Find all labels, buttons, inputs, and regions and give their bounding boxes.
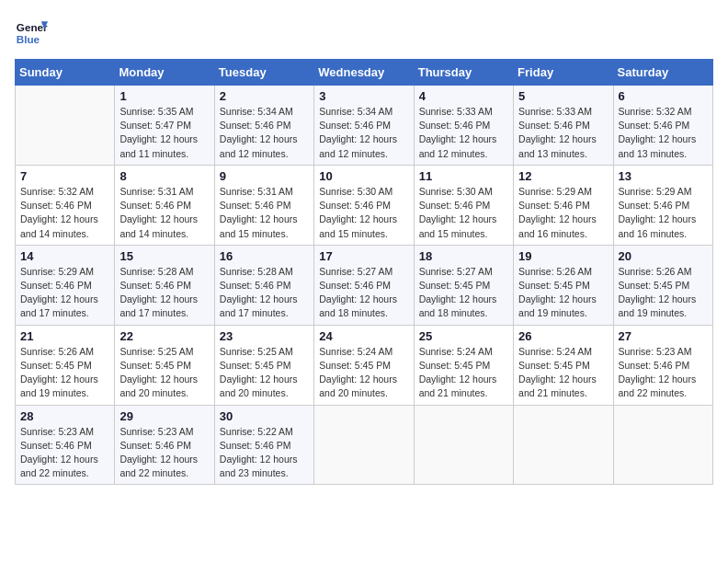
day-info: Sunrise: 5:30 AM Sunset: 5:46 PM Dayligh… <box>419 185 508 241</box>
day-info: Sunrise: 5:25 AM Sunset: 5:45 PM Dayligh… <box>220 345 309 401</box>
day-number: 8 <box>119 169 209 183</box>
day-number: 25 <box>419 329 508 343</box>
day-number: 13 <box>619 169 708 183</box>
day-cell: 16Sunrise: 5:28 AM Sunset: 5:46 PM Dayli… <box>214 245 313 325</box>
day-cell <box>414 405 513 485</box>
day-number: 24 <box>319 329 408 343</box>
day-cell: 28Sunrise: 5:23 AM Sunset: 5:46 PM Dayli… <box>16 405 115 485</box>
day-cell: 26Sunrise: 5:24 AM Sunset: 5:45 PM Dayli… <box>514 325 613 405</box>
weekday-header-friday: Friday <box>514 60 613 86</box>
day-cell: 2Sunrise: 5:34 AM Sunset: 5:46 PM Daylig… <box>214 86 313 166</box>
day-number: 16 <box>220 249 309 263</box>
day-cell: 7Sunrise: 5:32 AM Sunset: 5:46 PM Daylig… <box>16 165 115 245</box>
day-info: Sunrise: 5:31 AM Sunset: 5:46 PM Dayligh… <box>220 185 309 241</box>
day-info: Sunrise: 5:25 AM Sunset: 5:45 PM Dayligh… <box>119 345 209 401</box>
day-info: Sunrise: 5:29 AM Sunset: 5:46 PM Dayligh… <box>518 185 608 241</box>
day-cell: 15Sunrise: 5:28 AM Sunset: 5:46 PM Dayli… <box>115 245 214 325</box>
day-number: 10 <box>319 169 408 183</box>
day-info: Sunrise: 5:23 AM Sunset: 5:46 PM Dayligh… <box>119 425 209 481</box>
weekday-header-tuesday: Tuesday <box>214 60 313 86</box>
week-row-3: 14Sunrise: 5:29 AM Sunset: 5:46 PM Dayli… <box>16 245 713 325</box>
day-number: 4 <box>419 89 508 103</box>
day-number: 3 <box>319 89 408 103</box>
day-cell: 9Sunrise: 5:31 AM Sunset: 5:46 PM Daylig… <box>214 165 313 245</box>
day-cell: 4Sunrise: 5:33 AM Sunset: 5:46 PM Daylig… <box>414 86 513 166</box>
day-number: 6 <box>619 89 708 103</box>
week-row-1: 1Sunrise: 5:35 AM Sunset: 5:47 PM Daylig… <box>16 86 713 166</box>
day-info: Sunrise: 5:32 AM Sunset: 5:46 PM Dayligh… <box>619 105 708 161</box>
day-info: Sunrise: 5:26 AM Sunset: 5:45 PM Dayligh… <box>20 345 109 401</box>
day-info: Sunrise: 5:28 AM Sunset: 5:46 PM Dayligh… <box>220 265 309 321</box>
day-number: 21 <box>20 329 109 343</box>
day-cell <box>314 405 414 485</box>
day-info: Sunrise: 5:33 AM Sunset: 5:46 PM Dayligh… <box>518 105 608 161</box>
day-info: Sunrise: 5:23 AM Sunset: 5:46 PM Dayligh… <box>20 425 109 481</box>
day-number: 29 <box>119 409 209 423</box>
calendar-body: 1Sunrise: 5:35 AM Sunset: 5:47 PM Daylig… <box>16 86 713 485</box>
day-number: 11 <box>419 169 508 183</box>
day-info: Sunrise: 5:26 AM Sunset: 5:45 PM Dayligh… <box>518 265 608 321</box>
weekday-header-sunday: Sunday <box>16 60 115 86</box>
header: General Blue <box>15 15 713 48</box>
day-cell: 10Sunrise: 5:30 AM Sunset: 5:46 PM Dayli… <box>314 165 414 245</box>
logo: General Blue <box>15 15 51 48</box>
day-cell: 11Sunrise: 5:30 AM Sunset: 5:46 PM Dayli… <box>414 165 513 245</box>
day-number: 7 <box>20 169 109 183</box>
weekday-header-wednesday: Wednesday <box>314 60 414 86</box>
day-number: 14 <box>20 249 109 263</box>
day-info: Sunrise: 5:28 AM Sunset: 5:46 PM Dayligh… <box>119 265 209 321</box>
day-cell: 22Sunrise: 5:25 AM Sunset: 5:45 PM Dayli… <box>115 325 214 405</box>
day-info: Sunrise: 5:24 AM Sunset: 5:45 PM Dayligh… <box>319 345 408 401</box>
day-number: 1 <box>119 89 209 103</box>
day-cell: 30Sunrise: 5:22 AM Sunset: 5:46 PM Dayli… <box>214 405 313 485</box>
day-cell: 29Sunrise: 5:23 AM Sunset: 5:46 PM Dayli… <box>115 405 214 485</box>
day-cell: 8Sunrise: 5:31 AM Sunset: 5:46 PM Daylig… <box>115 165 214 245</box>
svg-text:Blue: Blue <box>17 33 40 45</box>
day-cell: 1Sunrise: 5:35 AM Sunset: 5:47 PM Daylig… <box>115 86 214 166</box>
day-number: 18 <box>419 249 508 263</box>
weekday-header-row: SundayMondayTuesdayWednesdayThursdayFrid… <box>16 60 713 86</box>
day-number: 26 <box>518 329 608 343</box>
day-cell: 27Sunrise: 5:23 AM Sunset: 5:46 PM Dayli… <box>613 325 712 405</box>
day-cell: 23Sunrise: 5:25 AM Sunset: 5:45 PM Dayli… <box>214 325 313 405</box>
day-info: Sunrise: 5:34 AM Sunset: 5:46 PM Dayligh… <box>220 105 309 161</box>
day-cell: 24Sunrise: 5:24 AM Sunset: 5:45 PM Dayli… <box>314 325 414 405</box>
day-number: 17 <box>319 249 408 263</box>
day-number: 9 <box>220 169 309 183</box>
week-row-2: 7Sunrise: 5:32 AM Sunset: 5:46 PM Daylig… <box>16 165 713 245</box>
day-cell: 14Sunrise: 5:29 AM Sunset: 5:46 PM Dayli… <box>16 245 115 325</box>
day-number: 23 <box>220 329 309 343</box>
day-info: Sunrise: 5:34 AM Sunset: 5:46 PM Dayligh… <box>319 105 408 161</box>
day-number: 30 <box>220 409 309 423</box>
day-cell: 12Sunrise: 5:29 AM Sunset: 5:46 PM Dayli… <box>514 165 613 245</box>
day-cell: 17Sunrise: 5:27 AM Sunset: 5:46 PM Dayli… <box>314 245 414 325</box>
weekday-header-monday: Monday <box>115 60 214 86</box>
weekday-header-thursday: Thursday <box>414 60 513 86</box>
calendar-table: SundayMondayTuesdayWednesdayThursdayFrid… <box>15 59 713 485</box>
day-number: 5 <box>518 89 608 103</box>
day-cell: 18Sunrise: 5:27 AM Sunset: 5:45 PM Dayli… <box>414 245 513 325</box>
day-info: Sunrise: 5:29 AM Sunset: 5:46 PM Dayligh… <box>619 185 708 241</box>
day-cell: 19Sunrise: 5:26 AM Sunset: 5:45 PM Dayli… <box>514 245 613 325</box>
day-number: 15 <box>119 249 209 263</box>
calendar-header: SundayMondayTuesdayWednesdayThursdayFrid… <box>16 60 713 86</box>
day-info: Sunrise: 5:27 AM Sunset: 5:45 PM Dayligh… <box>419 265 508 321</box>
day-info: Sunrise: 5:26 AM Sunset: 5:45 PM Dayligh… <box>619 265 708 321</box>
day-cell: 13Sunrise: 5:29 AM Sunset: 5:46 PM Dayli… <box>613 165 712 245</box>
day-number: 19 <box>518 249 608 263</box>
day-info: Sunrise: 5:22 AM Sunset: 5:46 PM Dayligh… <box>220 425 309 481</box>
day-info: Sunrise: 5:24 AM Sunset: 5:45 PM Dayligh… <box>419 345 508 401</box>
day-number: 20 <box>619 249 708 263</box>
day-info: Sunrise: 5:27 AM Sunset: 5:46 PM Dayligh… <box>319 265 408 321</box>
day-cell: 20Sunrise: 5:26 AM Sunset: 5:45 PM Dayli… <box>613 245 712 325</box>
day-info: Sunrise: 5:23 AM Sunset: 5:46 PM Dayligh… <box>619 345 708 401</box>
day-info: Sunrise: 5:33 AM Sunset: 5:46 PM Dayligh… <box>419 105 508 161</box>
day-info: Sunrise: 5:35 AM Sunset: 5:47 PM Dayligh… <box>119 105 209 161</box>
week-row-4: 21Sunrise: 5:26 AM Sunset: 5:45 PM Dayli… <box>16 325 713 405</box>
week-row-5: 28Sunrise: 5:23 AM Sunset: 5:46 PM Dayli… <box>16 405 713 485</box>
day-cell: 5Sunrise: 5:33 AM Sunset: 5:46 PM Daylig… <box>514 86 613 166</box>
day-number: 22 <box>119 329 209 343</box>
logo-icon: General Blue <box>15 15 48 48</box>
day-number: 28 <box>20 409 109 423</box>
day-number: 2 <box>220 89 309 103</box>
